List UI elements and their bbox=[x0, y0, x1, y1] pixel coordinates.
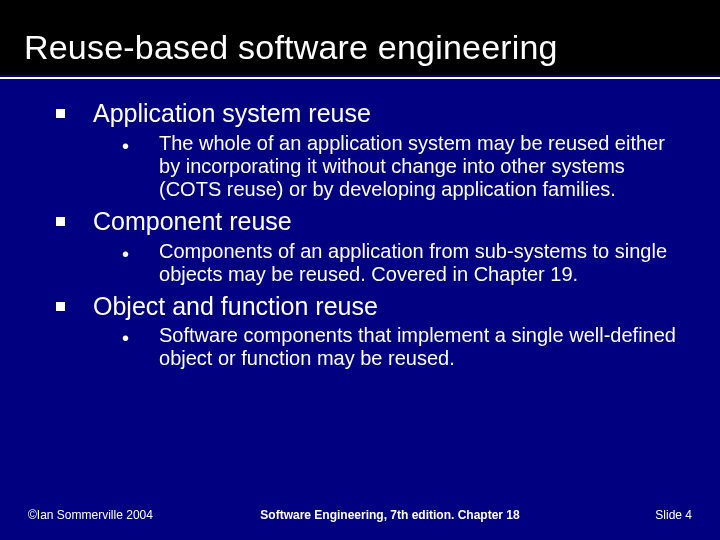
list-item-heading: Object and function reuse bbox=[93, 292, 378, 321]
slide-body: Application system reuse • The whole of … bbox=[0, 79, 720, 370]
list-item: Application system reuse bbox=[30, 99, 690, 128]
slide-footer: ©Ian Sommerville 2004 Software Engineeri… bbox=[0, 508, 720, 522]
list-subitem: • The whole of an application system may… bbox=[30, 132, 690, 201]
list-subitem-text: The whole of an application system may b… bbox=[159, 132, 690, 201]
list-item: Component reuse bbox=[30, 207, 690, 236]
footer-title: Software Engineering, 7th edition. Chapt… bbox=[208, 508, 572, 522]
footer-copyright: ©Ian Sommerville 2004 bbox=[28, 508, 208, 522]
list-item-heading: Component reuse bbox=[93, 207, 292, 236]
list-subitem: • Components of an application from sub-… bbox=[30, 240, 690, 286]
list-item: Object and function reuse bbox=[30, 292, 690, 321]
list-subitem: • Software components that implement a s… bbox=[30, 324, 690, 370]
dot-bullet-icon: • bbox=[122, 244, 129, 264]
list-item-heading: Application system reuse bbox=[93, 99, 371, 128]
footer-slide-num: Slide 4 bbox=[572, 508, 692, 522]
square-bullet-icon bbox=[56, 302, 65, 311]
title-bar: Reuse-based software engineering bbox=[0, 0, 720, 75]
list-subitem-text: Software components that implement a sin… bbox=[159, 324, 690, 370]
dot-bullet-icon: • bbox=[122, 136, 129, 156]
list-subitem-text: Components of an application from sub-sy… bbox=[159, 240, 690, 286]
slide: Reuse-based software engineering Applica… bbox=[0, 0, 720, 540]
square-bullet-icon bbox=[56, 217, 65, 226]
slide-title: Reuse-based software engineering bbox=[24, 28, 720, 67]
square-bullet-icon bbox=[56, 109, 65, 118]
dot-bullet-icon: • bbox=[122, 328, 129, 348]
